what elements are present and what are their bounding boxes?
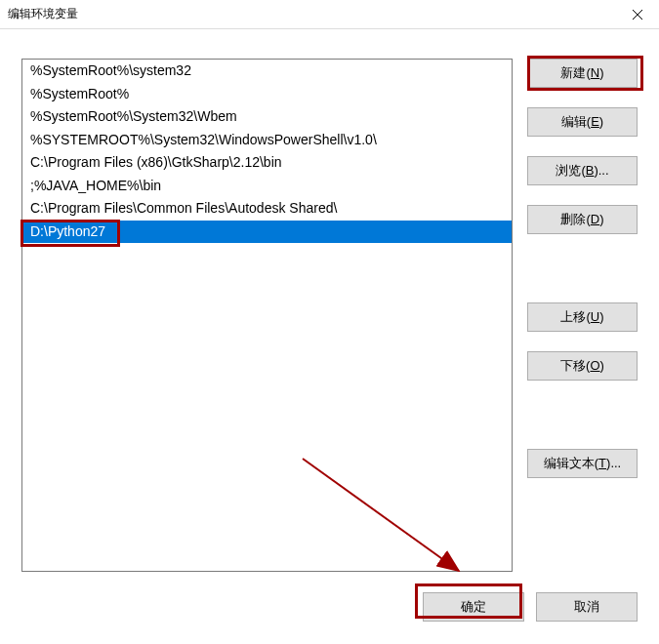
moveup-button[interactable]: 上移(U): [527, 302, 638, 332]
button-label: 新建(N): [560, 64, 603, 82]
path-listbox[interactable]: %SystemRoot%\system32 %SystemRoot% %Syst…: [21, 59, 513, 572]
side-buttons: 新建(N) 编辑(E) 浏览(B)... 删除(D) 上移(U) 下移(O) 编…: [527, 59, 638, 478]
button-label: 浏览(B)...: [556, 162, 608, 180]
edittext-button[interactable]: 编辑文本(T)...: [527, 449, 638, 478]
close-icon: [633, 10, 642, 20]
list-item[interactable]: %SystemRoot%\system32: [22, 60, 512, 83]
close-button[interactable]: [615, 0, 659, 29]
movedown-button[interactable]: 下移(O): [527, 351, 638, 381]
list-item[interactable]: %SYSTEMROOT%\System32\WindowsPowerShell\…: [22, 129, 512, 152]
button-label: 删除(D): [560, 211, 603, 228]
dialog-content: %SystemRoot%\system32 %SystemRoot% %Syst…: [21, 59, 638, 624]
list-item[interactable]: %SystemRoot%\System32\Wbem: [22, 105, 512, 129]
list-item[interactable]: C:\Program Files\Common Files\Autodesk S…: [22, 197, 512, 221]
button-label: 编辑文本(T)...: [544, 455, 621, 472]
ok-button[interactable]: 确定: [423, 592, 524, 622]
browse-button[interactable]: 浏览(B)...: [527, 156, 638, 185]
button-label: 上移(U): [560, 308, 603, 326]
button-label: 下移(O): [560, 357, 604, 375]
list-item[interactable]: C:\Program Files (x86)\GtkSharp\2.12\bin: [22, 151, 512, 175]
titlebar: 编辑环境变量: [0, 0, 659, 29]
bottom-buttons: 确定 取消: [423, 592, 638, 622]
list-item-selected[interactable]: D:\Python27: [22, 221, 512, 244]
window-title: 编辑环境变量: [8, 6, 78, 22]
edit-button[interactable]: 编辑(E): [527, 107, 638, 137]
list-item[interactable]: %SystemRoot%: [22, 83, 512, 106]
button-label: 编辑(E): [561, 113, 603, 131]
new-button[interactable]: 新建(N): [527, 59, 638, 88]
delete-button[interactable]: 删除(D): [527, 205, 638, 234]
list-item[interactable]: ;%JAVA_HOME%\bin: [22, 175, 512, 198]
cancel-button[interactable]: 取消: [536, 592, 638, 622]
